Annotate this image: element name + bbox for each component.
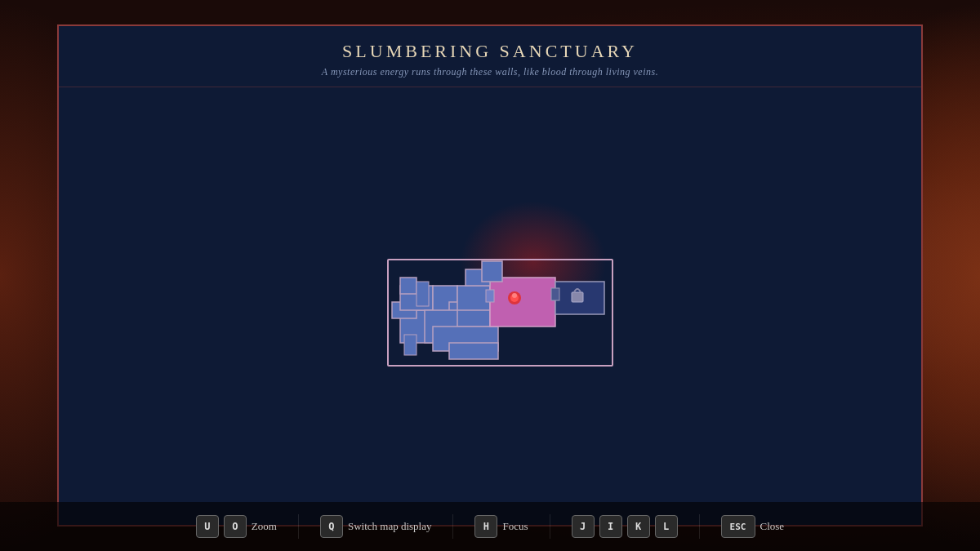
map-container <box>351 237 629 375</box>
separator-3 <box>550 514 550 539</box>
key-k[interactable]: K <box>627 515 650 538</box>
area-subtitle: A mysterious energy runs through these w… <box>75 66 905 78</box>
key-q[interactable]: Q <box>320 515 343 538</box>
focus-label: Focus <box>502 520 528 533</box>
key-esc[interactable]: ESC <box>721 515 755 538</box>
key-h[interactable]: H <box>474 515 497 538</box>
svg-point-15 <box>512 293 517 298</box>
panel-header: SLUMBERING SANCTUARY A mysterious energy… <box>59 26 921 87</box>
zoom-label: Zoom <box>252 520 277 533</box>
separator-2 <box>452 514 453 539</box>
zoom-control: U O Zoom <box>196 515 277 538</box>
move-control: J I K L <box>572 515 678 538</box>
svg-rect-3 <box>400 278 416 294</box>
svg-rect-19 <box>551 288 559 300</box>
switch-map-control: Q Switch map display <box>320 515 432 538</box>
svg-rect-21 <box>482 261 502 282</box>
svg-rect-8 <box>416 282 429 306</box>
key-l[interactable]: L <box>655 515 678 538</box>
switch-map-label: Switch map display <box>348 520 432 533</box>
svg-rect-10 <box>449 343 498 359</box>
key-j[interactable]: J <box>572 515 595 538</box>
dungeon-map <box>351 237 629 375</box>
close-label: Close <box>760 520 785 533</box>
svg-rect-17 <box>572 292 583 302</box>
map-area <box>59 87 921 525</box>
key-u[interactable]: U <box>196 515 219 538</box>
svg-rect-18 <box>486 290 494 302</box>
key-i[interactable]: I <box>599 515 622 538</box>
separator-1 <box>298 514 299 539</box>
svg-rect-12 <box>490 278 555 327</box>
main-panel: SLUMBERING SANCTUARY A mysterious energy… <box>57 24 923 527</box>
controls-bar: U O Zoom Q Switch map display H Focus J … <box>0 502 980 551</box>
svg-rect-6 <box>457 286 490 310</box>
key-o[interactable]: O <box>224 515 247 538</box>
close-control: ESC Close <box>721 515 785 538</box>
svg-rect-11 <box>404 335 416 355</box>
separator-4 <box>699 514 700 539</box>
area-title: SLUMBERING SANCTUARY <box>75 41 905 62</box>
focus-control: H Focus <box>474 515 528 538</box>
